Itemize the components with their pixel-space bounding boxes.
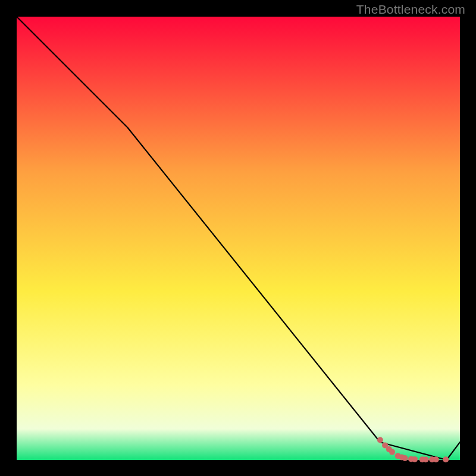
curve-dot — [412, 456, 418, 462]
curve-dot — [433, 456, 439, 462]
curve-dot — [389, 449, 395, 455]
chart-container: TheBottleneck.com — [0, 0, 476, 476]
curve-dot — [443, 456, 449, 462]
curve-dot — [402, 455, 408, 461]
watermark-text: TheBottleneck.com — [356, 2, 465, 17]
curve-dot — [377, 437, 383, 443]
chart-svg — [0, 0, 476, 476]
curve-dot — [423, 456, 429, 462]
